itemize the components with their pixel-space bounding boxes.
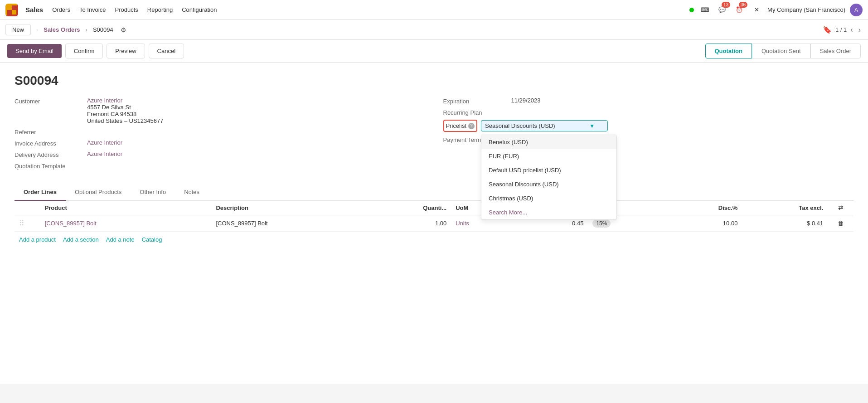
preview-button[interactable]: Preview xyxy=(107,44,145,58)
page-info: 1 / 1 xyxy=(835,26,847,33)
row-quantity[interactable]: 1.00 xyxy=(383,215,451,232)
action-bar: Send by Email Confirm Preview Cancel Quo… xyxy=(0,40,868,63)
recurring-plan-label: Recurring Plan xyxy=(443,108,511,116)
row-drag-handle[interactable]: ⠿ xyxy=(15,215,40,232)
bookmark-icon[interactable]: 🔖 xyxy=(823,25,832,34)
online-status-dot xyxy=(689,8,694,12)
status-quotation-label: Quotation xyxy=(715,48,742,54)
keyboard-icon-btn[interactable]: ⌨ xyxy=(698,4,711,16)
nav-reporting[interactable]: Reporting xyxy=(147,5,173,14)
row-disc[interactable]: 10.00 xyxy=(674,215,742,232)
drag-handle-icon: ⠿ xyxy=(19,219,24,227)
add-section-link[interactable]: Add a section xyxy=(63,236,99,243)
new-button[interactable]: New xyxy=(5,24,31,35)
status-quotation[interactable]: Quotation xyxy=(705,44,752,58)
expiration-label: Expiration xyxy=(443,97,511,105)
delivery-address-label: Delivery Address xyxy=(15,151,87,158)
pricelist-option-seasonal[interactable]: Seasonal Discounts (USD) xyxy=(481,177,616,191)
breadcrumb-right: 🔖 1 / 1 ‹ › xyxy=(823,25,863,34)
tab-order-lines[interactable]: Order Lines xyxy=(15,184,66,201)
breadcrumb-bar: New › Sales Orders › S00094 ⚙ 🔖 1 / 1 ‹ … xyxy=(0,20,868,40)
pricelist-label-box: Pricelist ? xyxy=(443,120,478,132)
pricelist-option-christmas[interactable]: Christmas (USD) xyxy=(481,191,616,205)
status-quotation-sent-label: Quotation Sent xyxy=(761,48,801,54)
nav-products[interactable]: Products xyxy=(115,5,138,14)
pricelist-search-more[interactable]: Search More... xyxy=(481,205,616,219)
tab-other-info-label: Other Info xyxy=(140,189,166,195)
user-avatar[interactable]: A xyxy=(850,4,863,16)
customer-name[interactable]: Azure Interior xyxy=(87,97,163,104)
col-product-label: Product xyxy=(45,204,67,211)
chat-icon-btn[interactable]: 💬 13 xyxy=(716,4,728,16)
product-link[interactable]: [CONS_89957] Bolt xyxy=(45,220,97,227)
nav-to-invoice[interactable]: To Invoice xyxy=(79,5,106,14)
confirm-button[interactable]: Confirm xyxy=(65,44,103,58)
order-lines-table: Product Description Quanti... UoM Unit P… xyxy=(15,201,853,232)
pricelist-help-icon[interactable]: ? xyxy=(468,123,475,129)
tab-notes[interactable]: Notes xyxy=(175,184,209,201)
catalog-link[interactable]: Catalog xyxy=(142,236,162,243)
pricelist-option-benelux[interactable]: Benelux (USD) xyxy=(481,135,616,149)
tools-icon-btn[interactable]: ✕ xyxy=(750,4,763,16)
pricelist-input[interactable]: Seasonal Discounts (USD) ▼ xyxy=(481,120,608,131)
delete-icon: 🗑 xyxy=(838,220,844,227)
breadcrumb-current: S00094 xyxy=(93,26,113,33)
company-name[interactable]: My Company (San Francisco) xyxy=(767,6,845,13)
row-delete[interactable]: 🗑 xyxy=(828,215,853,232)
invoice-address-value[interactable]: Azure Interior xyxy=(87,139,122,146)
add-note-link[interactable]: Add a note xyxy=(106,236,135,243)
status-sales-order[interactable]: Sales Order xyxy=(810,44,861,58)
cancel-button[interactable]: Cancel xyxy=(149,44,184,58)
tab-notes-label: Notes xyxy=(184,189,199,195)
col-disc-header: Disc.% xyxy=(674,201,742,215)
col-tax-excl-label: Tax excl. xyxy=(799,204,823,211)
breadcrumb-parent[interactable]: Sales Orders xyxy=(44,26,80,33)
form-right-column: Expiration 11/29/2023 Recurring Plan Pri… xyxy=(434,97,854,173)
description-value: [CONS_89957] Bolt xyxy=(216,220,267,227)
form-left-column: Customer Azure Interior 4557 De Silva St… xyxy=(15,97,434,173)
svg-rect-2 xyxy=(7,10,12,15)
uom-value[interactable]: Units xyxy=(456,220,469,227)
col-settings-icon: ⇄ xyxy=(838,204,843,211)
table-row: ⠿ [CONS_89957] Bolt [CONS_89957] Bolt 1.… xyxy=(15,215,853,232)
activity-icon-btn[interactable]: ⏰ 36 xyxy=(733,4,746,16)
next-page-button[interactable]: › xyxy=(857,26,863,34)
delivery-address-row: Delivery Address Azure Interior xyxy=(15,151,416,158)
tax-excl-value: $ 0.41 xyxy=(807,220,823,227)
table-header-row: Product Description Quanti... UoM Unit P… xyxy=(15,201,853,215)
status-pipeline: Quotation Quotation Sent Sales Order xyxy=(705,44,861,58)
add-product-link[interactable]: Add a product xyxy=(19,236,56,243)
delivery-address-value[interactable]: Azure Interior xyxy=(87,151,122,157)
tab-optional-products[interactable]: Optional Products xyxy=(66,184,131,201)
nav-right: ⌨ 💬 13 ⏰ 36 ✕ My Company (San Francisco)… xyxy=(689,4,863,16)
order-tabs: Order Lines Optional Products Other Info… xyxy=(15,184,853,201)
nav-configuration[interactable]: Configuration xyxy=(182,5,217,14)
pricelist-label: Pricelist xyxy=(446,122,467,129)
tools-icon: ✕ xyxy=(754,6,759,13)
col-desc-header: Description xyxy=(211,201,383,215)
order-number: S00094 xyxy=(15,73,853,88)
customer-value: Azure Interior 4557 De Silva St Fremont … xyxy=(87,97,163,124)
tax-badge[interactable]: 15% xyxy=(592,219,611,228)
pricelist-option-eur[interactable]: EUR (EUR) xyxy=(481,149,616,163)
pricelist-option-default-usd[interactable]: Default USD pricelist (USD) xyxy=(481,163,616,177)
col-settings-header[interactable]: ⇄ xyxy=(828,201,853,215)
row-tax-excl: $ 0.41 xyxy=(742,215,828,232)
row-description: [CONS_89957] Bolt xyxy=(211,215,383,232)
pricelist-dropdown-container: Seasonal Discounts (USD) ▼ Benelux (USD)… xyxy=(481,120,608,131)
prev-page-button[interactable]: ‹ xyxy=(849,26,854,34)
customer-address3: United States – US12345677 xyxy=(87,117,163,124)
settings-gear-icon[interactable]: ⚙ xyxy=(121,26,126,34)
tab-other-info[interactable]: Other Info xyxy=(131,184,175,201)
order-form: Customer Azure Interior 4557 De Silva St… xyxy=(15,97,853,173)
keyboard-icon: ⌨ xyxy=(701,6,709,13)
col-qty-header: Quanti... xyxy=(383,201,451,215)
main-content: S00094 Customer Azure Interior 4557 De S… xyxy=(0,63,868,384)
nav-orders[interactable]: Orders xyxy=(52,5,70,14)
customer-row: Customer Azure Interior 4557 De Silva St… xyxy=(15,97,416,124)
send-by-email-button[interactable]: Send by Email xyxy=(7,44,62,58)
expiration-value[interactable]: 11/29/2023 xyxy=(511,97,541,104)
app-logo xyxy=(5,4,18,16)
status-quotation-sent[interactable]: Quotation Sent xyxy=(752,44,810,58)
invoice-address-label: Invoice Address xyxy=(15,139,87,147)
